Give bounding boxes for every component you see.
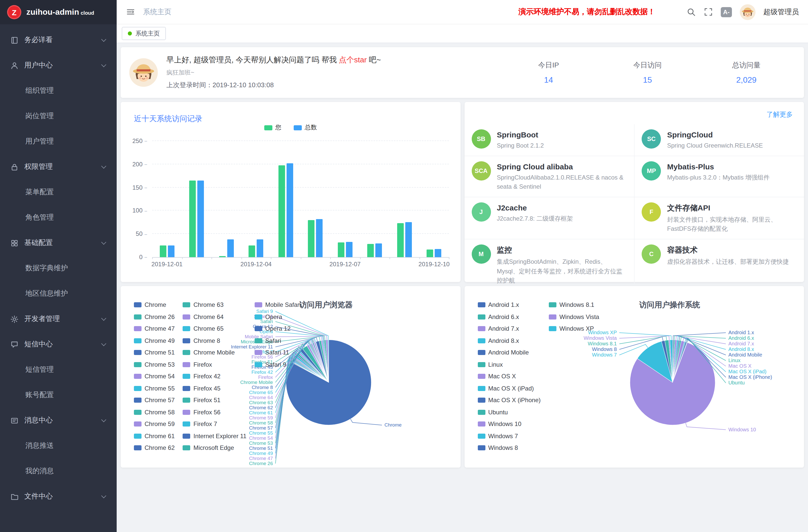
fullscreen-icon[interactable]: [703, 7, 713, 17]
legend-item[interactable]: Windows Vista: [549, 313, 599, 320]
bar-group[interactable]: [360, 142, 389, 257]
sidebar-subitem[interactable]: 组织管理: [0, 78, 117, 104]
sidebar-item[interactable]: 用户中心: [0, 53, 117, 78]
legend-item[interactable]: Chrome 64: [183, 313, 246, 320]
sidebar-subitem[interactable]: 消息推送: [0, 433, 117, 458]
legend-item[interactable]: 您: [264, 123, 281, 132]
bar[interactable]: [278, 165, 285, 257]
collapse-menu-icon[interactable]: [126, 7, 135, 17]
legend-item[interactable]: Windows 8.1: [549, 301, 599, 308]
legend-item[interactable]: Firefox 45: [183, 385, 246, 392]
legend-item[interactable]: Android 8.x: [478, 337, 541, 344]
sidebar-subitem[interactable]: 菜单配置: [0, 180, 117, 205]
bar-group[interactable]: 2019-12-01: [152, 142, 182, 257]
legend-item[interactable]: Chrome 55: [134, 385, 175, 392]
user-avatar[interactable]: [739, 4, 756, 20]
legend-item[interactable]: Safari 9: [255, 361, 301, 368]
breadcrumb[interactable]: 系统主页: [143, 7, 171, 17]
sidebar-item[interactable]: 基础配置: [0, 230, 117, 256]
app-logo[interactable]: Z zuihou-admincloud: [0, 0, 117, 24]
legend-item[interactable]: Chrome 59: [134, 420, 175, 427]
bar-group[interactable]: [389, 142, 419, 257]
legend-item[interactable]: Chrome Mobile: [183, 349, 246, 356]
legend-item[interactable]: Safari: [255, 337, 301, 344]
sidebar-subitem[interactable]: 我的消息: [0, 458, 117, 484]
bar[interactable]: [338, 242, 344, 257]
bar-chart[interactable]: 0501001502002502019-12-012019-12-042019-…: [152, 142, 449, 258]
bar[interactable]: [346, 242, 352, 257]
bar[interactable]: [405, 222, 412, 257]
bar[interactable]: [189, 181, 196, 257]
bar-group[interactable]: 2019-12-10: [419, 142, 449, 257]
bar[interactable]: [287, 163, 293, 257]
sidebar-subitem[interactable]: 用户管理: [0, 129, 117, 154]
sidebar-subitem[interactable]: 短信管理: [0, 357, 117, 382]
bar[interactable]: [160, 245, 166, 257]
sidebar-item[interactable]: 务必详看: [0, 27, 117, 53]
bar-group[interactable]: 2019-12-07: [330, 142, 360, 257]
bar[interactable]: [219, 256, 226, 257]
star-link[interactable]: 点个star: [339, 55, 367, 64]
legend-item[interactable]: Mac OS X: [478, 373, 541, 380]
sidebar-item[interactable]: 文件中心: [0, 484, 117, 509]
bar-group[interactable]: 2019-12-04: [241, 142, 271, 257]
tab-system-home[interactable]: 系统主页: [122, 27, 166, 40]
username[interactable]: 超级管理员: [764, 7, 799, 17]
legend-item[interactable]: Mac OS X (iPad): [478, 385, 541, 392]
legend-item[interactable]: Chrome 62: [134, 444, 175, 451]
legend-item[interactable]: Mac OS X (iPhone): [478, 397, 541, 404]
bar[interactable]: [257, 239, 263, 257]
sidebar-item[interactable]: 消息中心: [0, 408, 117, 433]
legend-item[interactable]: Firefox 7: [183, 420, 246, 427]
bar[interactable]: [308, 220, 315, 257]
legend-item[interactable]: Windows 8: [478, 444, 541, 451]
legend-item[interactable]: Chrome 57: [134, 397, 175, 404]
legend-item[interactable]: 总数: [294, 123, 317, 132]
legend-item[interactable]: Chrome 65: [183, 325, 246, 332]
bar-group[interactable]: [300, 142, 330, 257]
sidebar-item[interactable]: 短信中心: [0, 332, 117, 357]
legend-item[interactable]: Chrome 47: [134, 325, 175, 332]
legend-item[interactable]: Chrome 53: [134, 361, 175, 368]
legend-item[interactable]: Windows 7: [478, 432, 541, 439]
sidebar-item[interactable]: 权限管理: [0, 154, 117, 180]
bar[interactable]: [367, 244, 374, 257]
legend-item[interactable]: Android Mobile: [478, 349, 541, 356]
legend-item[interactable]: Safari 11: [255, 349, 301, 356]
legend-item[interactable]: Linux: [478, 361, 541, 368]
legend-item[interactable]: Windows 10: [478, 420, 541, 427]
legend-item[interactable]: Opera: [255, 313, 301, 320]
bar[interactable]: [435, 249, 442, 257]
learn-more-link[interactable]: 了解更多: [766, 110, 793, 119]
legend-item[interactable]: Firefox 42: [183, 373, 246, 380]
bar[interactable]: [249, 245, 255, 257]
legend-item[interactable]: Chrome 26: [134, 313, 175, 320]
legend-item[interactable]: Firefox 51: [183, 397, 246, 404]
search-icon[interactable]: [686, 7, 696, 17]
legend-item[interactable]: Chrome 8: [183, 337, 246, 344]
legend-item[interactable]: Chrome 49: [134, 337, 175, 344]
bar[interactable]: [168, 245, 175, 257]
bar[interactable]: [227, 239, 234, 257]
legend-item[interactable]: Android 6.x: [478, 313, 541, 320]
legend-item[interactable]: Opera 12: [255, 325, 301, 332]
bar[interactable]: [397, 223, 404, 257]
legend-item[interactable]: Chrome 61: [134, 432, 175, 439]
sidebar-subitem[interactable]: 地区信息维护: [0, 281, 117, 306]
legend-item[interactable]: Chrome 51: [134, 349, 175, 356]
legend-item[interactable]: Android 1.x: [478, 301, 541, 308]
legend-item[interactable]: Android 7.x: [478, 325, 541, 332]
legend-item[interactable]: Chrome 54: [134, 373, 175, 380]
bar[interactable]: [198, 181, 204, 257]
bar-group[interactable]: [182, 142, 212, 257]
bar[interactable]: [427, 250, 434, 257]
legend-item[interactable]: Chrome: [134, 301, 175, 308]
sidebar-item[interactable]: 开发者管理: [0, 306, 117, 332]
legend-item[interactable]: Firefox: [183, 361, 246, 368]
sidebar-subitem[interactable]: 岗位管理: [0, 104, 117, 129]
font-size-icon[interactable]: A-: [721, 7, 732, 17]
legend-item[interactable]: Microsoft Edge: [183, 444, 246, 451]
legend-item[interactable]: Internet Explorer 11: [183, 432, 246, 439]
legend-item[interactable]: Windows XP: [549, 325, 599, 332]
sidebar-subitem[interactable]: 角色管理: [0, 205, 117, 230]
